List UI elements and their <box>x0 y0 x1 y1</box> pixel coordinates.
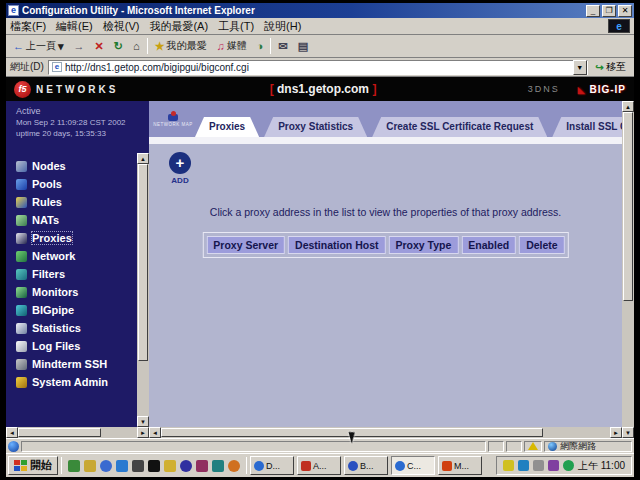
favorites-label: 我的最愛 <box>167 39 207 53</box>
close-button[interactable]: ✕ <box>618 5 632 17</box>
tray-icon-1[interactable] <box>503 460 514 471</box>
maximize-button[interactable]: ❐ <box>602 5 616 17</box>
log-files-icon <box>16 341 27 352</box>
home-icon: ⌂ <box>133 40 140 52</box>
task-button-1[interactable]: D... <box>250 456 294 475</box>
address-input[interactable] <box>65 62 573 73</box>
quicklaunch-icon-2[interactable] <box>84 460 96 472</box>
media-button[interactable]: ♫ 媒體 <box>214 38 250 54</box>
quicklaunch-icon-8[interactable] <box>180 460 192 472</box>
column-enabled[interactable]: Enabled <box>461 236 516 254</box>
tab-proxy-statistics[interactable]: Proxy Statistics <box>264 117 367 137</box>
quicklaunch-icon-6[interactable] <box>148 460 160 472</box>
sidebar-item-bigpipe[interactable]: BIGpipe <box>16 301 137 319</box>
add-plus-icon[interactable]: + <box>169 152 191 174</box>
go-button[interactable]: ↪ 移至 <box>592 60 630 75</box>
nats-icon <box>16 215 27 226</box>
sidebar-item-pools[interactable]: Pools <box>16 175 137 193</box>
quicklaunch-icon-10[interactable] <box>212 460 224 472</box>
menu-help[interactable]: 說明(H) <box>264 19 301 34</box>
history-button[interactable]: ◑ <box>254 39 267 53</box>
menu-file[interactable]: 檔案(F) <box>10 19 46 34</box>
refresh-button[interactable]: ↻ <box>111 39 126 54</box>
stop-icon: ✕ <box>95 40 104 53</box>
quicklaunch-icon-5[interactable] <box>132 460 144 472</box>
mail-button[interactable]: ✉ <box>275 39 290 54</box>
home-button[interactable]: ⌂ <box>130 39 143 53</box>
scroll-right-icon[interactable]: ► <box>137 427 149 438</box>
history-icon: ◑ <box>257 40 264 52</box>
toolbar-separator <box>147 38 148 54</box>
scroll-left-icon[interactable]: ◄ <box>6 427 18 438</box>
scroll-up-icon[interactable]: ▲ <box>622 101 634 112</box>
sidebar-body: Nodes Pools Rules NATs Proxies Network F… <box>6 153 149 427</box>
menu-view[interactable]: 檢視(V) <box>103 19 140 34</box>
task-button-2[interactable]: A... <box>297 456 341 475</box>
sidebar-item-nodes[interactable]: Nodes <box>16 157 137 175</box>
quicklaunch-icon-4[interactable] <box>116 460 128 472</box>
main-vertical-scrollbar[interactable]: ▲ ▼ <box>622 101 634 438</box>
sidebar-vertical-scrollbar[interactable]: ▲ ▼ <box>137 153 149 427</box>
address-field[interactable]: e ▼ <box>48 60 588 75</box>
sidebar-item-nats[interactable]: NATs <box>16 211 137 229</box>
favorites-button[interactable]: ★ 我的最愛 <box>152 38 210 54</box>
tray-icon-2[interactable] <box>518 460 529 471</box>
quicklaunch-icon-9[interactable] <box>196 460 208 472</box>
tray-icon-5[interactable] <box>563 460 574 471</box>
scrollbar-thumb[interactable] <box>18 428 101 437</box>
back-button[interactable]: ← 上一頁 ▾ <box>10 38 67 54</box>
quicklaunch-icon-1[interactable] <box>68 460 80 472</box>
sidebar-horizontal-scrollbar[interactable]: ◄ ► <box>6 427 149 438</box>
scroll-down-icon[interactable]: ▼ <box>622 427 634 438</box>
quicklaunch-icon-7[interactable] <box>164 460 176 472</box>
column-proxy-server[interactable]: Proxy Server <box>206 236 285 254</box>
tab-strip: NETWORK MAP Proxies Proxy Statistics Cre… <box>149 101 622 137</box>
main-horizontal-scrollbar[interactable]: ◄ ► <box>149 427 622 438</box>
forward-button[interactable]: → <box>71 39 88 53</box>
address-dropdown-icon[interactable]: ▼ <box>573 60 587 75</box>
add-button[interactable]: + ADD <box>165 152 195 185</box>
column-destination-host[interactable]: Destination Host <box>288 236 385 254</box>
scroll-right-icon[interactable]: ► <box>610 427 622 438</box>
task-button-5[interactable]: M... <box>438 456 482 475</box>
task-button-4[interactable]: C... <box>391 456 435 475</box>
column-proxy-type[interactable]: Proxy Type <box>389 236 459 254</box>
quicklaunch-icon-11[interactable] <box>228 460 240 472</box>
menu-edit[interactable]: 編輯(E) <box>56 19 93 34</box>
tab-install-ssl-certificate[interactable]: Install SSL Certifi <box>552 117 622 137</box>
browser-toolbar: ← 上一頁 ▾ → ✕ ↻ ⌂ ★ 我的最愛 ♫ 媒體 ◑ ✉ <box>6 35 634 58</box>
minimize-button[interactable]: _ <box>586 5 600 17</box>
sidebar-item-filters[interactable]: Filters <box>16 265 137 283</box>
media-icon: ♫ <box>217 40 225 52</box>
scroll-down-icon[interactable]: ▼ <box>137 416 149 427</box>
scrollbar-thumb[interactable] <box>138 164 148 361</box>
tray-icon-3[interactable] <box>533 460 544 471</box>
window-titlebar[interactable]: e Configuration Utility - Microsoft Inte… <box>6 3 634 18</box>
sidebar-item-proxies[interactable]: Proxies <box>16 229 137 247</box>
scroll-up-icon[interactable]: ▲ <box>137 153 149 164</box>
back-dropdown-icon[interactable]: ▾ <box>58 40 64 53</box>
menu-tools[interactable]: 工具(T) <box>218 19 254 34</box>
status-bar: 網際網路 <box>6 438 634 453</box>
sidebar-item-log-files[interactable]: Log Files <box>16 337 137 355</box>
menu-favorites[interactable]: 我的最愛(A) <box>149 19 208 34</box>
sidebar-item-system-admin[interactable]: System Admin <box>16 373 137 391</box>
sidebar-item-monitors[interactable]: Monitors <box>16 283 137 301</box>
tray-icon-4[interactable] <box>548 460 559 471</box>
task-button-3[interactable]: B... <box>344 456 388 475</box>
scroll-left-icon[interactable]: ◄ <box>149 427 161 438</box>
stop-button[interactable]: ✕ <box>92 39 107 54</box>
sidebar-item-statistics[interactable]: Statistics <box>16 319 137 337</box>
sidebar-item-rules[interactable]: Rules <box>16 193 137 211</box>
print-button[interactable]: ▤ <box>295 39 311 54</box>
tab-proxies[interactable]: Proxies <box>195 117 259 137</box>
quicklaunch-icon-3[interactable] <box>100 460 112 472</box>
sidebar-item-mindterm-ssh[interactable]: Mindterm SSH <box>16 355 137 373</box>
scrollbar-thumb[interactable] <box>623 112 633 301</box>
column-delete[interactable]: Delete <box>519 236 565 254</box>
tab-create-ssl-certificate-request[interactable]: Create SSL Certificate Request <box>372 117 547 137</box>
start-button[interactable]: 開始 <box>8 456 58 475</box>
network-map-block[interactable]: NETWORK MAP <box>151 101 195 137</box>
system-uptime: uptime 20 days, 15:35:33 <box>16 129 149 138</box>
sidebar-item-network[interactable]: Network <box>16 247 137 265</box>
